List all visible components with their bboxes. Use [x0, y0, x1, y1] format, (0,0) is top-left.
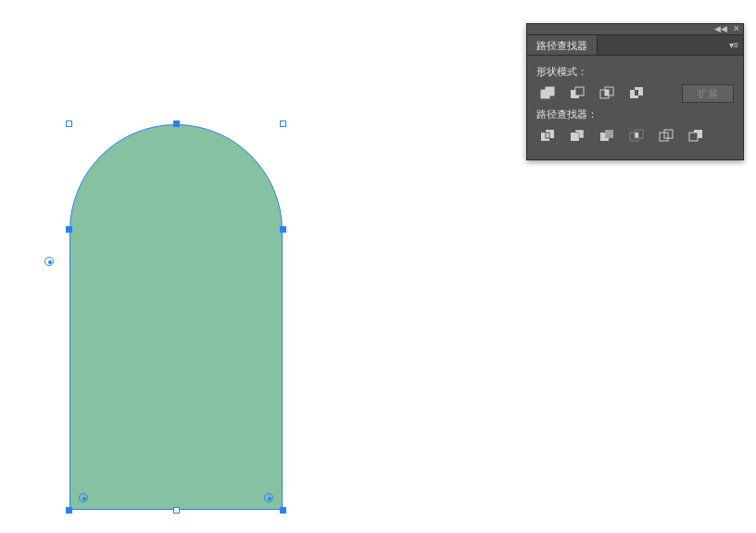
crop-button[interactable]: [625, 126, 648, 146]
anchor-point[interactable]: [280, 226, 286, 233]
panel-topbar: ◀◀ ✕: [527, 24, 743, 35]
anchor-point[interactable]: [173, 121, 180, 127]
selection-handle[interactable]: [66, 121, 72, 127]
tab-pathfinder[interactable]: 路径查找器: [527, 35, 598, 55]
collapse-icon[interactable]: ◀◀: [714, 25, 727, 33]
svg-rect-10: [571, 133, 579, 141]
merge-icon: [598, 128, 615, 145]
divide-button[interactable]: [536, 126, 559, 146]
arch-shape[interactable]: [69, 124, 283, 510]
divide-icon: [539, 128, 556, 145]
exclude-icon: [628, 85, 645, 102]
live-corner-widget[interactable]: [264, 493, 273, 502]
live-corner-widget[interactable]: [44, 257, 54, 266]
crop-icon: [628, 128, 645, 145]
svg-rect-6: [635, 90, 638, 95]
unite-icon: [539, 85, 556, 102]
live-corner-widget[interactable]: [79, 493, 88, 502]
expand-label: 扩展: [698, 87, 718, 101]
anchor-point[interactable]: [280, 507, 286, 514]
outline-icon: [658, 128, 674, 145]
minus-front-button[interactable]: [566, 83, 588, 104]
close-icon[interactable]: ✕: [733, 25, 740, 33]
anchor-point[interactable]: [66, 226, 72, 233]
trim-icon: [569, 128, 586, 145]
unite-button[interactable]: [536, 83, 559, 104]
pathfinders-label: 路径查找器：: [536, 108, 734, 121]
shape-modes-label: 形状模式：: [536, 65, 734, 79]
pathfinder-panel: ◀◀ ✕ 路径查找器 ▾≡ 形状模式：: [526, 23, 744, 160]
tab-label: 路径查找器: [536, 40, 587, 51]
trim-button[interactable]: [566, 126, 588, 146]
svg-rect-14: [635, 133, 638, 138]
shape-modes-row: 扩展: [536, 83, 734, 104]
selection-handle[interactable]: [173, 507, 180, 514]
intersect-icon: [598, 85, 615, 102]
expand-button[interactable]: 扩展: [682, 84, 734, 103]
minus-front-icon: [569, 85, 586, 102]
svg-rect-2: [575, 87, 584, 95]
svg-rect-18: [689, 133, 698, 141]
minus-back-icon: [687, 128, 704, 145]
svg-rect-5: [605, 90, 609, 95]
outline-button[interactable]: [655, 126, 677, 146]
panel-body: 形状模式：: [527, 56, 743, 159]
svg-rect-12: [605, 130, 613, 138]
pathfinders-row: [536, 126, 734, 146]
selection-handle[interactable]: [280, 121, 286, 127]
panel-flyout-menu-icon[interactable]: ▾≡: [724, 35, 743, 55]
merge-button[interactable]: [596, 126, 618, 146]
minus-back-button[interactable]: [685, 126, 707, 146]
exclude-button[interactable]: [625, 83, 648, 104]
anchor-point[interactable]: [66, 507, 72, 514]
panel-tabbar: 路径查找器 ▾≡: [527, 35, 743, 56]
selected-shape[interactable]: [69, 124, 283, 510]
intersect-button[interactable]: [596, 83, 618, 104]
